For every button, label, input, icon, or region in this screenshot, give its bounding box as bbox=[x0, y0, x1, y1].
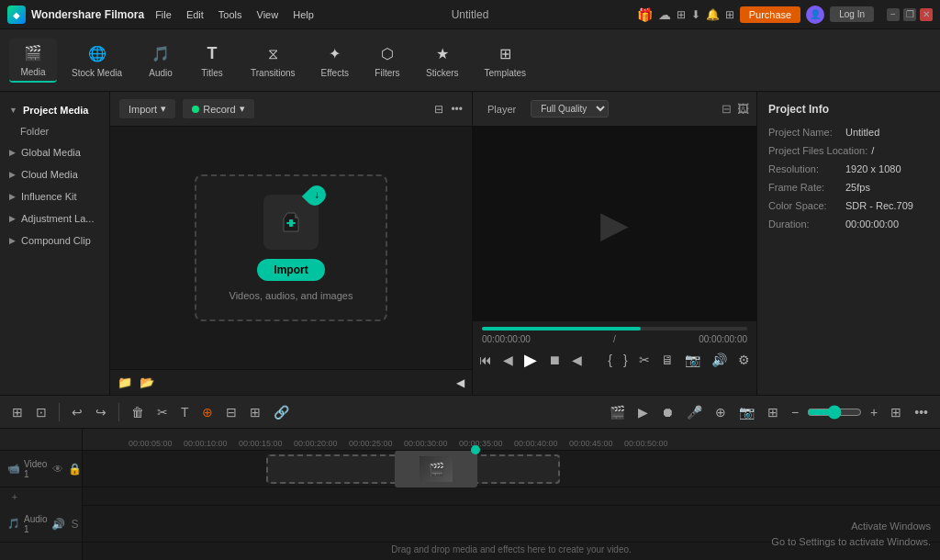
project-info-title: Project Info bbox=[768, 103, 929, 116]
timeline-link-btn[interactable]: 🔗 bbox=[269, 402, 294, 422]
panel-item-folder[interactable]: Folder bbox=[0, 121, 109, 141]
toolbar-item-filters[interactable]: ⬡ Filters bbox=[364, 39, 411, 82]
toolbar-item-transitions[interactable]: ⧖ Transitions bbox=[240, 39, 307, 82]
avatar[interactable]: 👤 bbox=[806, 6, 824, 24]
info-value-colorspace: SDR - Rec.709 bbox=[845, 200, 913, 211]
toolbar-item-stickers[interactable]: ★ Stickers bbox=[415, 39, 470, 82]
screenshot-button[interactable]: 📷 bbox=[683, 351, 702, 369]
timeline-split-btn[interactable]: ⊕ bbox=[197, 402, 218, 422]
media-toolbar: Import ▾ Record ▾ ⊟ ••• bbox=[110, 92, 472, 127]
snapshot-icon[interactable]: 🖼 bbox=[737, 102, 749, 116]
audio1-mute-btn[interactable]: 🔊 bbox=[51, 517, 66, 532]
record-button[interactable]: Record ▾ bbox=[183, 99, 253, 118]
timeline-plus-btn[interactable]: + bbox=[866, 402, 882, 422]
collapse-icon[interactable]: ◀ bbox=[456, 376, 464, 389]
split-view-icon[interactable]: ⊟ bbox=[722, 102, 732, 116]
menu-help[interactable]: Help bbox=[293, 9, 314, 20]
play-button[interactable]: ▶ bbox=[522, 348, 539, 372]
timeline-redo-btn[interactable]: ↪ bbox=[91, 402, 111, 422]
stop-button[interactable]: ⏹ bbox=[546, 351, 563, 369]
timeline-layout-btn[interactable]: ⊞ bbox=[886, 402, 906, 422]
video1-eye-btn[interactable]: 👁 bbox=[50, 462, 65, 476]
grid-icon: ⊞ bbox=[725, 8, 734, 21]
clip-marker bbox=[471, 445, 480, 454]
more-icon[interactable]: ••• bbox=[451, 103, 463, 116]
timeline-add-media-btn[interactable]: 🎬 bbox=[605, 402, 630, 422]
video1-lock-btn[interactable]: 🔒 bbox=[67, 462, 82, 476]
track-label-audio1: 🎵 Audio 1 🔊 S 🔒 bbox=[0, 506, 82, 543]
stickers-label: Stickers bbox=[426, 68, 459, 78]
timeline-connect-btn[interactable]: ⊞ bbox=[245, 402, 265, 422]
timeline-text-btn[interactable]: T bbox=[176, 402, 194, 422]
filter-icon[interactable]: ⊟ bbox=[434, 103, 443, 116]
panel-item-global-media[interactable]: ▶ Global Media bbox=[0, 141, 109, 163]
toolbar-item-audio[interactable]: 🎵 Audio bbox=[137, 39, 185, 82]
menu-tools[interactable]: Tools bbox=[218, 9, 242, 20]
timeline-effect-btn[interactable]: ⊕ bbox=[711, 402, 731, 422]
drop-icon: ↓ bbox=[263, 195, 319, 250]
timeline-clip[interactable]: 🎬 bbox=[395, 451, 477, 487]
menu-edit[interactable]: Edit bbox=[186, 9, 204, 20]
player-tab: Player bbox=[480, 100, 523, 118]
video-track-row[interactable]: 🎬 bbox=[83, 451, 940, 487]
add-video-track-btn[interactable]: + bbox=[7, 489, 22, 504]
minimize-button[interactable]: − bbox=[887, 8, 900, 21]
frame-back-button[interactable]: ◀ bbox=[501, 351, 515, 369]
timeline-group-btn[interactable]: ⊟ bbox=[221, 402, 241, 422]
timeline-undo-btn[interactable]: ↩ bbox=[67, 402, 87, 422]
panel-item-project-media[interactable]: ▼ Project Media bbox=[0, 99, 109, 121]
time-separator: / bbox=[613, 334, 616, 344]
panel-item-compound-clip[interactable]: ▶ Compound Clip bbox=[0, 230, 109, 252]
arrow-icon-global: ▶ bbox=[9, 148, 16, 157]
new-folder-icon[interactable]: 📁 bbox=[118, 375, 132, 389]
skip-back-button[interactable]: ⏮ bbox=[477, 351, 494, 369]
settings-btn[interactable]: ⚙ bbox=[736, 351, 752, 369]
timeline-delete-btn[interactable]: 🗑 bbox=[127, 402, 149, 422]
menu-file[interactable]: File bbox=[155, 9, 172, 20]
audio1-solo-btn[interactable]: S bbox=[68, 517, 83, 532]
timeline-magnet-btn[interactable]: ⊡ bbox=[31, 402, 51, 422]
timeline-minus-btn[interactable]: − bbox=[787, 402, 803, 422]
toolbar-item-media[interactable]: 🎬 Media bbox=[9, 39, 57, 83]
project-info-panel: Project Info Project Name: Untitled Proj… bbox=[756, 92, 940, 395]
frame-fwd-button[interactable]: ◀ bbox=[570, 351, 584, 369]
timeline-snap-btn[interactable]: ⊞ bbox=[7, 402, 28, 422]
info-value-name: Untitled bbox=[845, 127, 879, 138]
timeline-mic-btn[interactable]: 🎤 bbox=[682, 402, 707, 422]
menu-view[interactable]: View bbox=[257, 9, 279, 20]
toolbar-item-effects[interactable]: ✦ Effects bbox=[310, 39, 360, 82]
timeline-snapshot-btn[interactable]: 📷 bbox=[734, 402, 759, 422]
import-center-button[interactable]: Import bbox=[257, 259, 324, 281]
panel-item-influence-kit[interactable]: ▶ Influence Kit bbox=[0, 185, 109, 207]
stock-icon: 🌐 bbox=[86, 43, 108, 65]
zoom-slider[interactable] bbox=[807, 405, 862, 420]
timeline-cut-btn[interactable]: ✂ bbox=[152, 402, 173, 422]
media-area: Import ▾ Record ▾ ⊟ ••• bbox=[110, 92, 472, 395]
drop-zone[interactable]: ↓ Import Videos, audios, and images bbox=[195, 174, 387, 321]
clip-button[interactable]: ✂ bbox=[637, 351, 652, 369]
timeline-play-btn[interactable]: ▶ bbox=[633, 402, 653, 422]
timeline-more-btn[interactable]: ••• bbox=[910, 402, 933, 422]
timeline-record-btn[interactable]: ⏺ bbox=[656, 402, 678, 422]
panel-item-cloud-media[interactable]: ▶ Cloud Media bbox=[0, 163, 109, 185]
arrow-icon: ▼ bbox=[9, 106, 17, 115]
monitor-button[interactable]: 🖥 bbox=[659, 351, 676, 369]
upgrade-button[interactable]: Log In bbox=[830, 6, 874, 22]
toolbar-item-stock[interactable]: 🌐 Stock Media bbox=[61, 39, 133, 82]
import-button[interactable]: Import ▾ bbox=[119, 99, 175, 118]
audio-icon: 🎵 bbox=[150, 43, 172, 65]
toolbar-item-templates[interactable]: ⊞ Templates bbox=[474, 39, 538, 82]
media-label: Media bbox=[20, 67, 45, 77]
out-point-button[interactable]: } bbox=[621, 351, 630, 369]
purchase-button[interactable]: Purchase bbox=[740, 6, 800, 23]
close-button[interactable]: ✕ bbox=[920, 8, 933, 21]
maximize-button[interactable]: ❐ bbox=[903, 8, 916, 21]
audio-btn[interactable]: 🔊 bbox=[710, 351, 729, 369]
panel-item-adjustment[interactable]: ▶ Adjustment La... bbox=[0, 207, 109, 230]
timeline-pip-btn[interactable]: ⊞ bbox=[763, 402, 783, 422]
quality-select[interactable]: Full Quality 1/2 Quality 1/4 Quality bbox=[531, 100, 609, 118]
add-folder-icon[interactable]: 📂 bbox=[140, 375, 154, 389]
in-point-button[interactable]: { bbox=[606, 351, 614, 369]
progress-bar[interactable] bbox=[482, 327, 747, 330]
toolbar-item-titles[interactable]: T Titles bbox=[188, 39, 236, 82]
